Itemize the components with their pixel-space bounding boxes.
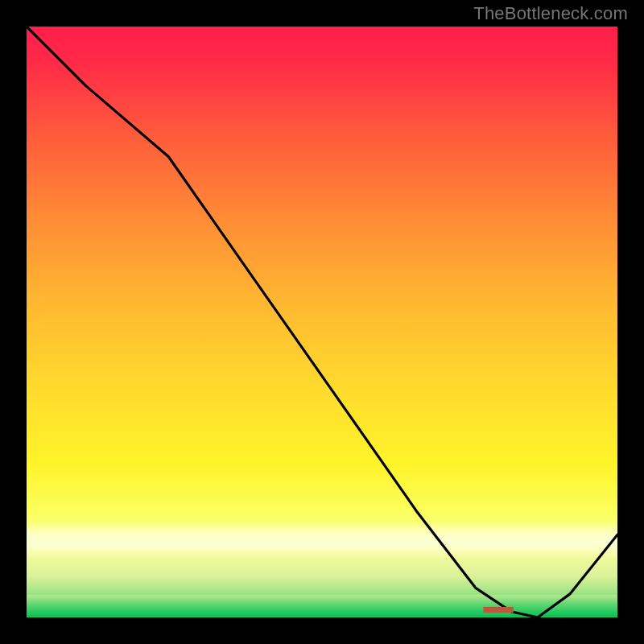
curve-path — [27, 27, 617, 617]
curve-svg — [27, 27, 617, 617]
plot-area: ■■■■■■ — [27, 27, 617, 617]
highlight-marker: ■■■■■■ — [483, 602, 512, 616]
watermark-text: TheBottleneck.com — [473, 3, 628, 24]
chart-stage: TheBottleneck.com ■■■■■■ — [0, 0, 644, 644]
